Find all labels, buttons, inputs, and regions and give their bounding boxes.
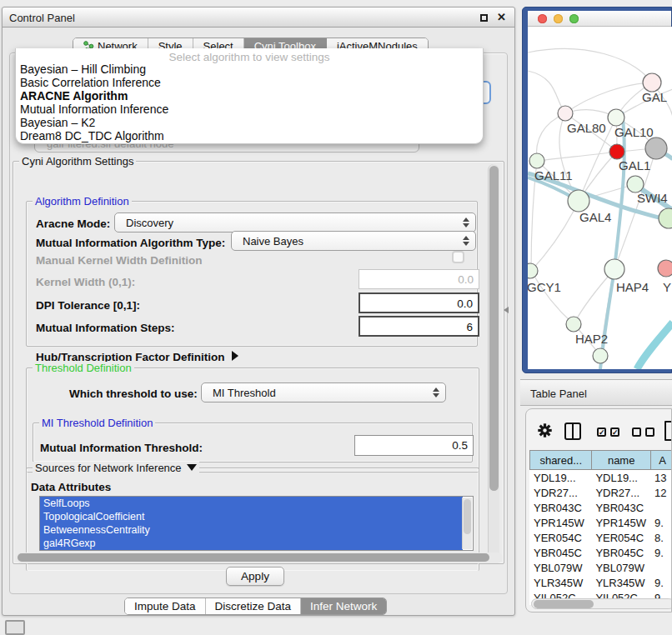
network-node-y[interactable] xyxy=(658,260,672,277)
mac-minimize-icon[interactable] xyxy=(554,14,563,23)
network-window-titlebar[interactable] xyxy=(528,11,671,27)
attribute-item-gal4rgexp[interactable]: gal4RGexp xyxy=(40,537,463,550)
network-node-gal4[interactable] xyxy=(568,190,589,212)
network-node-gal1[interactable] xyxy=(609,144,624,159)
table-row[interactable]: YPR145WYPR145W9. xyxy=(529,515,672,530)
dropdown-item-aracne-algorithm[interactable]: ARACNE Algorithm xyxy=(16,89,483,102)
kernel-width-field[interactable]: 0.0 xyxy=(359,269,479,289)
mi-steps-field[interactable]: 6 xyxy=(359,316,479,337)
collapse-arrow-icon[interactable] xyxy=(187,464,197,471)
tab-discretize-data[interactable]: Discretize Data xyxy=(206,598,302,614)
settings-vertical-scrollbar[interactable] xyxy=(488,164,499,562)
network-node-gcy1[interactable] xyxy=(528,263,538,278)
manual-kernel-width-checkbox[interactable] xyxy=(452,251,464,263)
network-canvas[interactable]: GALGAL80GAL10GAL1GAL11SWI4GAL4GCY1HAP4YH… xyxy=(528,27,672,369)
control-panel-titlebar[interactable]: Control Panel ✕ xyxy=(3,8,514,28)
column-header-shared-[interactable]: shared... xyxy=(529,450,591,470)
network-edge[interactable] xyxy=(537,152,617,161)
network-edge[interactable] xyxy=(536,113,565,161)
algorithm-dropdown-list: Select algorithm to view settings Bayesi… xyxy=(15,48,484,144)
network-node-gal10[interactable] xyxy=(608,109,624,126)
node-label-hap2: HAP2 xyxy=(575,332,608,346)
network-node[interactable] xyxy=(659,208,672,228)
network-node-hap4[interactable] xyxy=(604,259,624,279)
dropdown-item-mutual-information-inference[interactable]: Mutual Information Inference xyxy=(16,102,483,116)
float-window-icon[interactable] xyxy=(480,14,488,22)
document-icon[interactable] xyxy=(664,421,672,441)
dpi-tolerance-field[interactable]: 0.0 xyxy=(359,292,479,313)
bottom-tabs: Impute DataDiscretize DataInfer Network xyxy=(124,598,387,615)
network-view-window[interactable]: GALGAL80GAL10GAL1GAL11SWI4GAL4GCY1HAP4YH… xyxy=(522,7,672,373)
network-node-gal11[interactable] xyxy=(529,153,544,168)
dropdown-item-dream8-dc-tdc-algorithm[interactable]: Dream8 DC_TDC Algorithm xyxy=(16,129,483,142)
table-row[interactable]: YLR345WYLR345W9. xyxy=(529,575,672,590)
node-label-gal80: GAL80 xyxy=(567,121,606,135)
network-node-hap2[interactable] xyxy=(566,317,581,332)
checked-box-icon[interactable]: ✓ xyxy=(610,428,619,437)
network-edge[interactable] xyxy=(528,71,565,113)
mi-algorithm-type-combo[interactable]: Naive Bayes xyxy=(231,231,476,251)
network-node-swi4[interactable] xyxy=(627,176,644,192)
settings-horizontal-scrollbar-thumb[interactable] xyxy=(18,553,489,562)
mac-close-icon[interactable] xyxy=(538,14,547,23)
table-row[interactable]: YBL079WYBL079W xyxy=(529,560,672,575)
table-rows: YDL19...YDL19...13YDR27...YDR27...12YBR0… xyxy=(529,470,672,605)
dropdown-item-bayesian-hill-climbing[interactable]: Bayesian – Hill Climbing xyxy=(16,62,483,76)
mi-threshold-field[interactable]: 0.5 xyxy=(354,435,474,456)
attribute-item-betweennesscentrality[interactable]: BetweennessCentrality xyxy=(40,523,463,537)
table-row[interactable]: YDR27...YDR27...12 xyxy=(529,485,672,500)
network-node[interactable] xyxy=(593,348,608,363)
column-header-a[interactable]: A xyxy=(650,450,672,470)
column-header-name[interactable]: name xyxy=(591,450,650,470)
list-vertical-scrollbar[interactable] xyxy=(462,498,472,549)
aracne-mode-label: Aracne Mode: xyxy=(36,218,110,230)
table-row[interactable]: YBR045CYBR045C9. xyxy=(529,545,672,560)
node-label-gal: GAL xyxy=(642,90,667,104)
attribute-item-selfloops[interactable]: SelfLoops xyxy=(40,497,463,510)
network-node-gal80[interactable] xyxy=(558,106,573,121)
list-vertical-scrollbar-thumb[interactable] xyxy=(464,499,471,534)
network-node-gal[interactable] xyxy=(643,73,661,92)
tab-impute-data[interactable]: Impute Data xyxy=(125,598,206,614)
checked-box-icon[interactable]: ✓ xyxy=(597,428,606,437)
table-panel-titlebar[interactable]: Table Panel xyxy=(520,379,672,406)
dropdown-item-basic-correlation-inference[interactable]: Basic Correlation Inference xyxy=(16,76,483,89)
table-panel-title: Table Panel xyxy=(530,388,587,400)
table-horizontal-scrollbar[interactable] xyxy=(531,598,672,609)
tab-infer-network[interactable]: Infer Network xyxy=(301,598,386,614)
table-row[interactable]: YDL19...YDL19...13 xyxy=(529,470,672,485)
network-edge[interactable] xyxy=(565,82,652,113)
close-icon[interactable]: ✕ xyxy=(497,11,506,23)
settings-horizontal-scrollbar[interactable] xyxy=(16,552,503,563)
data-attributes-list[interactable]: SelfLoopsTopologicalCoefficientBetweenne… xyxy=(39,496,474,551)
columns-icon[interactable] xyxy=(564,422,581,440)
table-row[interactable]: YER054CYER054C8. xyxy=(529,530,672,545)
table-horizontal-scrollbar-thumb[interactable] xyxy=(534,600,594,608)
collapsed-panel-button[interactable] xyxy=(5,620,25,635)
apply-button[interactable]: Apply xyxy=(226,567,284,586)
attribute-item-topologicalcoefficient[interactable]: TopologicalCoefficient xyxy=(40,510,463,523)
settings-vertical-scrollbar-thumb[interactable] xyxy=(489,166,499,491)
network-edge[interactable] xyxy=(531,201,579,271)
sources-group-title[interactable]: Sources for Network Inference xyxy=(33,462,199,474)
network-edge[interactable] xyxy=(528,48,652,82)
network-edge[interactable] xyxy=(637,322,672,369)
node-label-gal1: GAL1 xyxy=(619,158,650,172)
node-label-gal11: GAL11 xyxy=(534,168,573,182)
table-cell: YLR345W xyxy=(529,575,591,590)
aracne-mode-combo[interactable]: Discovery xyxy=(114,212,476,232)
gear-icon[interactable] xyxy=(538,423,552,441)
mac-zoom-icon[interactable] xyxy=(569,14,579,23)
network-node[interactable] xyxy=(645,138,667,159)
splitter-collapse-icon[interactable] xyxy=(504,307,509,313)
unchecked-box-icon[interactable] xyxy=(632,428,641,437)
table-row[interactable]: YBR043CYBR043C xyxy=(529,500,672,515)
unchecked-box-icon[interactable] xyxy=(645,428,654,437)
expand-arrow-icon[interactable] xyxy=(232,351,238,361)
dropdown-placeholder: Select algorithm to view settings xyxy=(16,48,483,62)
which-threshold-combo[interactable]: MI Threshold xyxy=(201,382,446,402)
dropdown-item-bayesian-k2[interactable]: Bayesian – K2 xyxy=(16,116,483,129)
network-edge[interactable] xyxy=(531,271,574,324)
table-cell: YBL079W xyxy=(591,560,650,575)
table-cell: YDL19... xyxy=(591,470,650,485)
